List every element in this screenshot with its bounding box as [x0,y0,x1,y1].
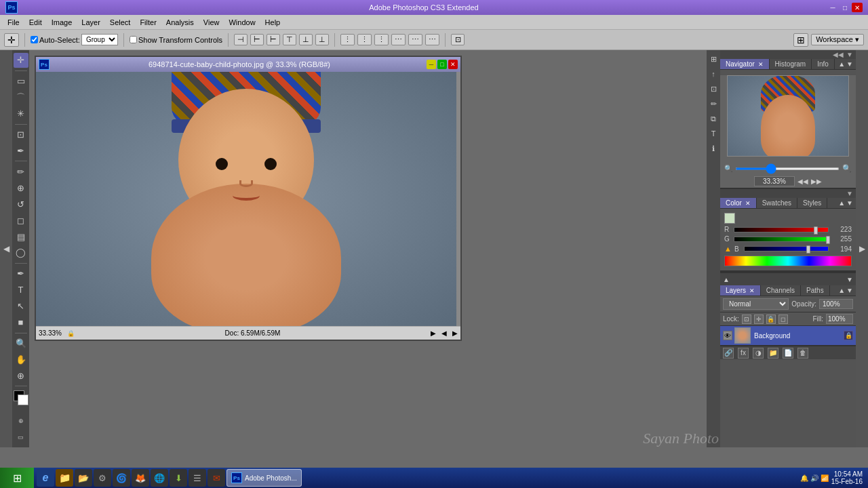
tab-channels[interactable]: Channels [761,285,801,296]
layers-tab-close[interactable]: ✕ [749,287,755,294]
zoom-arrows-left[interactable]: ◀◀ [797,178,808,185]
menu-file[interactable]: File [3,17,24,28]
distribute-bottom-btn[interactable]: ⋯ [425,34,439,45]
align-middle-btn[interactable]: ⊥ [299,34,313,45]
close-button[interactable]: ✕ [852,3,863,12]
right-icon-crop[interactable]: ⊡ [707,83,719,95]
top-panel-menu[interactable]: ▼ [846,51,853,58]
taskbar-files[interactable]: ☰ [189,469,206,487]
menu-edit[interactable]: Edit [24,17,47,28]
brush-tool[interactable]: ✏ [14,164,28,179]
color-panel-up[interactable]: ▲ [838,199,845,207]
background-color[interactable] [18,394,28,405]
move-tool[interactable]: ✛ [14,53,28,68]
right-icon-info[interactable]: ℹ [707,142,719,155]
shape-tool[interactable]: ■ [14,315,28,330]
color-fg-swatch[interactable] [724,213,735,224]
distribute-left-btn[interactable]: ⋮ [340,34,355,45]
clone-tool[interactable]: ⊕ [14,180,28,195]
menu-analysis[interactable]: Analysis [161,17,199,28]
auto-align-btn[interactable]: ⊡ [451,34,465,45]
taskbar-download[interactable]: ⬇ [170,469,187,487]
new-layer-btn[interactable]: 📄 [783,348,793,359]
doc-close-btn[interactable]: ✕ [448,60,458,69]
right-icon-brush[interactable]: ✏ [707,98,719,110]
align-left-btn[interactable]: ⊣ [234,34,248,45]
panel-up-btn[interactable]: ▲ [838,60,845,68]
r-slider-handle[interactable] [814,226,818,235]
lock-extra-btn[interactable]: ◻ [778,314,788,324]
zoom-out-icon[interactable]: 🔍 [724,165,732,172]
right-icon-text[interactable]: T [707,127,719,140]
autoselect-dropdown[interactable]: Group Layer [81,34,118,45]
type-tool[interactable]: T [14,283,28,298]
layers-panel-up-arrow[interactable]: ▲ [838,287,845,294]
scroll-right[interactable]: ▶ [452,329,458,337]
hand-tool[interactable]: ✋ [14,352,28,367]
distribute-right-btn[interactable]: ⋮ [374,34,389,45]
panel-down-btn[interactable]: ▼ [846,60,853,68]
tab-paths[interactable]: Paths [801,285,830,296]
opacity-input[interactable] [819,299,853,309]
lock-all-btn[interactable]: 🔒 [766,314,776,324]
eraser-tool[interactable]: ◻ [14,213,28,228]
autoselect-checkbox[interactable] [31,36,38,43]
menu-layer[interactable]: Layer [77,17,105,28]
path-select-tool[interactable]: ↖ [14,299,28,314]
layers-panel-up[interactable]: ▲ [723,276,730,283]
tab-swatches[interactable]: Swatches [757,198,797,208]
menu-help[interactable]: Help [260,17,285,28]
align-right-btn[interactable]: ⊢ [267,34,280,45]
color-spectrum[interactable] [724,256,852,266]
align-top-btn[interactable]: ⊤ [283,34,296,45]
new-group-btn[interactable]: 📁 [768,348,778,359]
gradient-tool[interactable]: ▤ [14,229,28,244]
right-icon-layers[interactable]: ⧉ [707,113,719,125]
menu-filter[interactable]: Filter [135,17,161,28]
tab-layers[interactable]: Layers ✕ [720,285,761,296]
pen-tool[interactable]: ✒ [14,266,28,281]
doc-maximize-btn[interactable]: □ [437,60,447,69]
crop-tool[interactable]: ⊡ [14,127,28,142]
lock-pixels-btn[interactable]: ⊡ [742,314,751,324]
g-slider-handle[interactable] [826,236,830,244]
taskbar-folder[interactable]: 📂 [75,469,92,487]
screen-mode-btn[interactable]: ▭ [14,430,28,445]
lasso-tool[interactable]: ⌒ [14,90,28,105]
zoom-input[interactable] [754,176,795,186]
eyedropper-tool[interactable]: ✒ [14,144,28,159]
lock-move-btn[interactable]: ✛ [754,314,764,324]
zoom-tool[interactable]: 🔍 [14,336,28,351]
top-panel-collapse[interactable]: ◀◀ [833,51,844,58]
taskbar-app1[interactable]: 🌀 [113,469,130,487]
tab-navigator[interactable]: Navigator ✕ [720,59,770,69]
tab-histogram[interactable]: Histogram [770,59,812,69]
layers-panel-down-arrow[interactable]: ▼ [846,287,853,294]
taskbar-firefox[interactable]: 🦊 [132,469,149,487]
doc-minimize-btn[interactable]: ─ [427,60,436,69]
color-panel-down[interactable]: ▼ [846,199,853,207]
minimize-button[interactable]: ─ [827,3,838,12]
scroll-left[interactable]: ◀ [441,329,447,337]
tab-color[interactable]: Color ✕ [720,198,757,208]
dodge-tool[interactable]: ◯ [14,245,28,260]
taskbar-explorer[interactable]: 📁 [56,469,73,487]
align-center-h-btn[interactable]: ⊢ [250,34,264,45]
b-slider-handle[interactable] [806,245,810,253]
zoom-magnify[interactable]: ⊕ [14,368,28,383]
delete-layer-btn[interactable]: 🗑 [797,348,808,359]
menu-select[interactable]: Select [105,17,136,28]
zoom-slider[interactable] [735,167,840,170]
taskbar-photoshop-app[interactable]: Ps Adobe Photosh... [226,469,302,487]
right-panel-collapse[interactable]: ▶ [856,50,868,447]
color-tab-close[interactable]: ✕ [745,200,751,207]
workspace-button[interactable]: Workspace ▾ [811,34,864,45]
navigator-tab-close[interactable]: ✕ [758,61,764,68]
transform-checkbox[interactable] [130,36,137,43]
tab-info[interactable]: Info [812,59,835,69]
layer-visibility-icon[interactable]: 👁 [723,331,732,340]
zoom-in-icon[interactable]: 🔍 [842,164,852,173]
zoom-arrows-right[interactable]: ▶▶ [811,178,822,185]
left-panel-collapse[interactable]: ◀ [0,50,12,447]
distribute-top-btn[interactable]: ⋯ [391,34,406,45]
